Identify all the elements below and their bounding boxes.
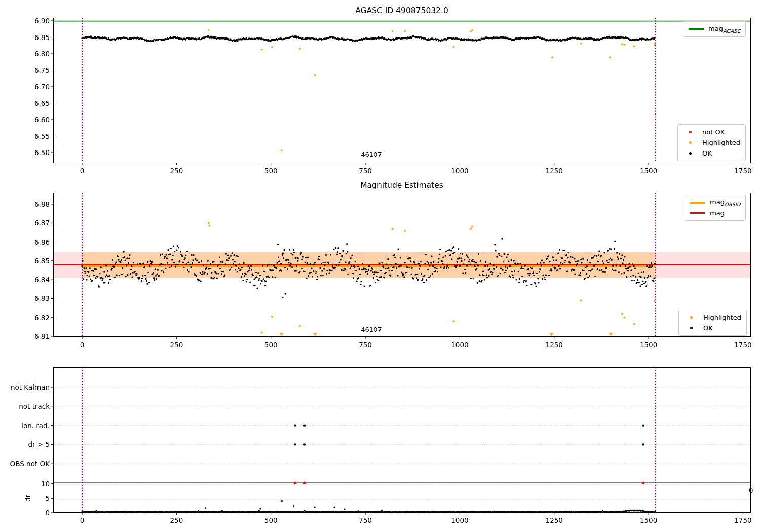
x-tick-label: 1500 (640, 167, 657, 175)
x-tick-label: 0 (80, 340, 85, 349)
ok-marker-swatch (689, 152, 692, 155)
x-tick-label: 500 (264, 340, 278, 349)
legend-row: OK (684, 323, 741, 333)
not-ok-marker-swatch (689, 131, 692, 133)
panel-top-axes (53, 18, 751, 163)
x-tick-label: 1750 (734, 516, 751, 524)
legend-row: Highlighted (683, 138, 740, 147)
obsid-annotation-top: 46107 (361, 150, 382, 158)
x-tick-label: 1250 (546, 167, 563, 175)
y-tick-label: 6.84 (19, 276, 50, 284)
x-tick-label: 1000 (451, 167, 468, 175)
mag-obsid-line-swatch (690, 202, 705, 204)
y-tick-label: 6.70 (19, 83, 50, 91)
y-tick-label: 6.55 (19, 132, 50, 140)
x-tick-label: 1000 (451, 340, 468, 349)
x-tick-label: 1000 (451, 516, 468, 524)
x-tick-label: 750 (359, 516, 372, 524)
y-tick-label: 6.65 (19, 99, 50, 107)
panel-bottom-axes (53, 367, 751, 513)
panel-top-title: AGASC ID 490875032.0 (355, 6, 448, 15)
legend-label: OK (702, 149, 712, 157)
legend-middle-markers: Highlighted OK (678, 310, 747, 336)
x-tick-label: 500 (264, 516, 278, 524)
legend-label: magOBSID (710, 198, 740, 207)
flag-category-label: OBS not OK (1, 460, 50, 468)
legend-row: Highlighted (684, 313, 741, 322)
y-tick-label: 6.50 (19, 148, 50, 157)
legend-row: magOBSID (690, 198, 740, 207)
x-tick-label: 1500 (640, 516, 657, 524)
legend-row: mag (690, 208, 740, 218)
flag-category-label: not track (1, 402, 50, 410)
legend-mag-agasc: magAGASC (683, 21, 746, 37)
y-tick-label: 6.88 (19, 200, 50, 208)
x-tick-label: 500 (264, 167, 278, 175)
x-tick-label: 1750 (734, 340, 751, 349)
x-tick-label: 750 (359, 340, 372, 349)
x-tick-label: 750 (359, 167, 372, 175)
x-tick-label: 1750 (734, 167, 751, 175)
y-tick-label: 6.85 (19, 33, 50, 42)
x-tick-label: 0 (80, 167, 85, 175)
x-tick-label: 1250 (546, 340, 563, 349)
dr-tick-label: 10 (19, 480, 50, 488)
highlighted-marker-swatch (689, 141, 692, 144)
legend-label: not OK (702, 128, 725, 136)
x-tick-label: 250 (170, 167, 183, 175)
y-tick-label: 6.83 (19, 294, 50, 302)
x-tick-label: 0 (80, 516, 85, 524)
highlighted-marker-swatch (690, 316, 693, 319)
y-tick-label: 6.87 (19, 219, 50, 227)
legend-label: OK (703, 324, 713, 332)
figure: AGASC ID 490875032.0 Magnitude Estimates… (0, 0, 760, 532)
legend-row: magAGASC (689, 24, 740, 34)
flag-category-label: not Kalman (1, 383, 50, 391)
mag-line-swatch (690, 212, 705, 214)
dr-tick-label: 5 (19, 494, 50, 502)
panel-middle-axes (53, 193, 751, 337)
flag-category-label: Ion. rad. (1, 422, 50, 430)
panel-middle-title: Magnitude Estimates (360, 181, 443, 190)
y-tick-label: 6.60 (19, 116, 50, 124)
right-edge-clipped-label: 0 (749, 486, 753, 495)
legend-label: Highlighted (702, 139, 740, 146)
legend-label: Highlighted (703, 314, 741, 321)
x-tick-label: 1500 (640, 340, 657, 349)
y-tick-label: 6.75 (19, 66, 50, 74)
y-tick-label: 6.86 (19, 238, 50, 246)
legend-top-markers: not OK Highlighted OK (677, 124, 746, 161)
ok-marker-swatch (690, 327, 693, 329)
legend-row: OK (683, 148, 740, 158)
legend-mag-lines: magOBSID mag (685, 195, 746, 221)
obsid-annotation-middle: 46107 (361, 326, 382, 333)
mag-agasc-line-swatch (689, 28, 704, 30)
dr-tick-label: 0 (19, 509, 50, 517)
legend-label: mag (710, 209, 725, 217)
x-tick-label: 250 (170, 516, 183, 524)
x-tick-label: 1250 (546, 516, 563, 524)
flag-category-label: dr > 5 (1, 440, 50, 448)
y-tick-label: 6.81 (19, 332, 50, 340)
y-tick-label: 6.82 (19, 314, 50, 322)
x-tick-label: 250 (170, 340, 183, 349)
y-tick-label: 6.80 (19, 50, 50, 58)
y-tick-label: 6.85 (19, 257, 50, 265)
y-tick-label: 6.90 (19, 17, 50, 25)
legend-row: not OK (683, 127, 740, 137)
legend-label: magAGASC (708, 25, 740, 34)
